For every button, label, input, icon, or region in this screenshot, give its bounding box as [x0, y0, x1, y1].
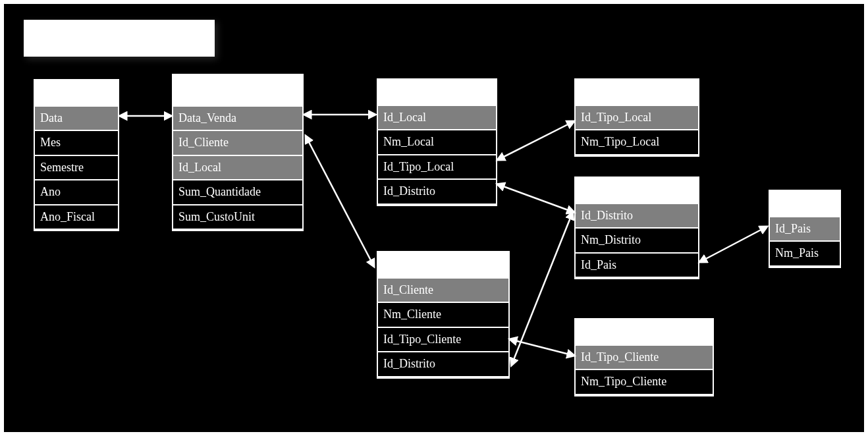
field-label: Id_Tipo_Local	[581, 111, 651, 124]
field: Semestre	[35, 155, 118, 180]
field: Id_Distrito	[576, 203, 698, 229]
table-header	[35, 80, 118, 107]
table-header	[576, 178, 698, 204]
field: Nm_Pais	[770, 240, 840, 266]
field-label: Id_Pais	[775, 222, 811, 235]
field: Id_Pais	[576, 252, 698, 278]
field-label: Id_Distrito	[383, 357, 435, 370]
table-cliente: Id_Cliente Nm_Cliente Id_Tipo_Cliente Id…	[377, 251, 510, 379]
field-label: Id_Tipo_Cliente	[581, 350, 659, 364]
field-label: Sum_Quantidade	[178, 185, 261, 198]
field: Id_Tipo_Cliente	[378, 327, 508, 352]
relation-cliente-distrito	[512, 215, 572, 363]
field-label: Nm_Pais	[775, 246, 819, 259]
field-label: Id_Local	[383, 111, 426, 124]
relation-local-distrito	[500, 185, 572, 211]
table-header	[576, 80, 698, 106]
title-box	[24, 20, 215, 57]
table-fact: Data_Venda Id_Cliente Id_Local Sum_Quant…	[172, 74, 304, 231]
field-label: Ano	[40, 185, 61, 198]
field: Id_Tipo_Local	[576, 105, 698, 130]
field: Nm_Tipo_Local	[576, 129, 698, 155]
field-label: Nm_Cliente	[383, 308, 441, 321]
table-distrito: Id_Distrito Nm_Distrito Id_Pais	[574, 177, 699, 279]
field-label: Id_Cliente	[383, 283, 433, 296]
relation-local-tipolocal	[500, 123, 572, 159]
field-label: Ano_Fiscal	[40, 210, 95, 223]
field: Nm_Local	[378, 129, 496, 155]
field: Id_Tipo_Cliente	[576, 344, 713, 370]
field: Id_Cliente	[173, 130, 302, 155]
field-label: Semestre	[40, 161, 84, 174]
field-label: Id_Tipo_Local	[383, 160, 454, 173]
field: Data_Venda	[173, 105, 302, 131]
field: Mes	[35, 130, 118, 155]
table-tipocliente: Id_Tipo_Cliente Nm_Tipo_Cliente	[574, 318, 714, 396]
table-pais: Id_Pais Nm_Pais	[769, 190, 841, 268]
field: Id_Local	[378, 105, 496, 130]
field-label: Sum_CustoUnit	[178, 210, 255, 223]
field-label: Nm_Distrito	[581, 233, 641, 246]
field-label: Id_Pais	[581, 258, 616, 271]
field: Nm_Cliente	[378, 302, 508, 327]
field: Id_Distrito	[378, 351, 508, 377]
field-label: Id_Distrito	[383, 184, 435, 198]
field: Sum_CustoUnit	[173, 204, 302, 230]
field-label: Data	[40, 111, 63, 124]
field: Id_Pais	[770, 216, 840, 242]
table-local: Id_Local Nm_Local Id_Tipo_Local Id_Distr…	[377, 78, 497, 206]
relation-cliente-tipocliente	[512, 340, 572, 355]
table-header	[173, 75, 302, 107]
table-header	[378, 252, 508, 279]
field-label: Id_Tipo_Cliente	[383, 333, 461, 346]
field: Id_Cliente	[378, 277, 508, 303]
field-label: Mes	[40, 136, 61, 149]
table-calendar: Data Mes Semestre Ano Ano_Fiscal	[34, 79, 119, 231]
field-label: Nm_Local	[383, 135, 434, 148]
diagram-frame: Data Mes Semestre Ano Ano_Fiscal Data_Ve…	[0, 0, 868, 436]
table-header	[378, 80, 496, 106]
table-tipolocal: Id_Tipo_Local Nm_Tipo_Local	[574, 78, 699, 157]
field-label: Id_Cliente	[178, 136, 229, 149]
table-header	[770, 191, 840, 217]
field: Ano	[35, 179, 118, 205]
field: Id_Local	[173, 155, 302, 180]
field: Id_Tipo_Local	[378, 154, 496, 180]
relation-distrito-pais	[702, 228, 765, 261]
field-label: Id_Distrito	[581, 209, 633, 222]
field-label: Nm_Tipo_Cliente	[581, 375, 666, 388]
field-label: Data_Venda	[178, 111, 236, 124]
relation-fact-cliente	[307, 138, 373, 264]
field: Ano_Fiscal	[35, 204, 118, 230]
field-label: Nm_Tipo_Local	[581, 135, 659, 148]
table-header	[576, 319, 713, 346]
field: Data	[35, 105, 118, 131]
field: Id_Distrito	[378, 178, 496, 204]
field: Nm_Distrito	[576, 227, 698, 253]
field-label: Id_Local	[178, 161, 221, 174]
field: Sum_Quantidade	[173, 179, 302, 205]
field: Nm_Tipo_Cliente	[576, 369, 713, 395]
